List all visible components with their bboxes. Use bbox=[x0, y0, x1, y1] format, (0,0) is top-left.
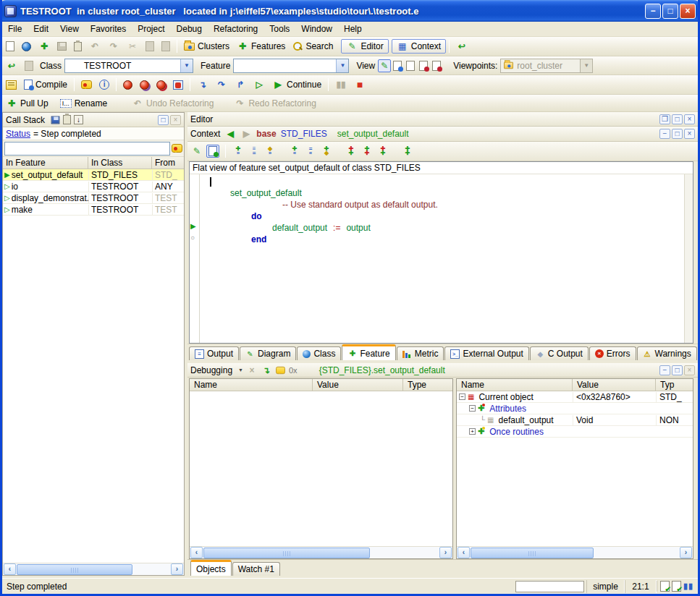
run-to-cursor-button[interactable]: ▷ bbox=[250, 77, 269, 92]
feature-creators-icon[interactable]: ◆» bbox=[263, 147, 277, 156]
scroll-thumb[interactable] bbox=[17, 564, 132, 575]
tab-objects[interactable]: Objects bbox=[190, 560, 232, 576]
breadcrumb-base[interactable]: base bbox=[256, 129, 276, 139]
menu-favorites[interactable]: Favorites bbox=[85, 22, 132, 35]
call-stack-row[interactable]: ▷display_demonstrat... TESTROOT TEST bbox=[3, 192, 184, 204]
call-stack-row[interactable]: ▷io TESTROOT ANY bbox=[3, 181, 184, 192]
scroll-right-arrow[interactable]: › bbox=[171, 563, 183, 575]
tab-class[interactable]: Class bbox=[297, 346, 341, 360]
close-panel-icon[interactable]: × bbox=[684, 365, 695, 375]
class-clients-icon[interactable]: ✚✚ bbox=[376, 147, 389, 156]
history-back-button[interactable]: ↩ bbox=[2, 59, 21, 73]
new-feature-view-button[interactable] bbox=[206, 145, 219, 158]
watch-hscrollbar[interactable]: ‹ › bbox=[190, 546, 452, 558]
cut-button[interactable]: ✂ bbox=[123, 39, 142, 54]
column-from[interactable]: From bbox=[152, 157, 184, 169]
view-contract-button[interactable] bbox=[417, 59, 430, 72]
maximize-panel-icon[interactable]: □ bbox=[672, 114, 683, 124]
context-toggle-button[interactable]: ▦ Context bbox=[392, 39, 446, 54]
call-stack-row[interactable]: ▶set_output_default STD_FILES STD_ bbox=[3, 169, 184, 181]
project-info-button[interactable]: i bbox=[96, 78, 113, 91]
menu-tools[interactable]: Tools bbox=[263, 22, 295, 35]
feature-callees-icon[interactable]: ✚« bbox=[288, 147, 301, 156]
menu-edit[interactable]: Edit bbox=[28, 22, 54, 35]
close-panel-icon[interactable]: × bbox=[170, 115, 181, 125]
column-name[interactable]: Name bbox=[190, 379, 313, 391]
class-combobox-arrow[interactable]: ▼ bbox=[180, 59, 193, 72]
call-stack-row[interactable]: ▷make TESTROOT TEST bbox=[3, 204, 184, 216]
new-window-button[interactable] bbox=[2, 40, 18, 53]
close-window-button[interactable]: × bbox=[680, 4, 696, 19]
tooltip-icon[interactable] bbox=[276, 366, 285, 373]
edit-feature-button[interactable]: ✎ bbox=[190, 145, 203, 158]
switch-view-icon[interactable]: ↴ bbox=[261, 365, 272, 376]
view-flat-contract-button[interactable] bbox=[430, 59, 443, 72]
compile-button[interactable]: Compile bbox=[20, 78, 71, 91]
save-all-button[interactable] bbox=[70, 41, 85, 53]
stack-filter-input[interactable] bbox=[4, 142, 170, 156]
feature-creations-icon[interactable]: ✚◆ bbox=[320, 147, 333, 156]
close-panel-icon[interactable]: × bbox=[684, 129, 695, 139]
save-button[interactable] bbox=[54, 41, 70, 52]
column-type[interactable]: Typ bbox=[656, 379, 693, 391]
scroll-left-arrow[interactable]: ‹ bbox=[190, 547, 203, 558]
object-tree-row[interactable]: − ✚ Attributes bbox=[457, 403, 693, 414]
context-back-icon[interactable]: ◀ bbox=[224, 128, 236, 140]
menu-project[interactable]: Project bbox=[132, 22, 170, 35]
minimize-window-button[interactable]: − bbox=[645, 4, 661, 19]
column-value[interactable]: Value bbox=[313, 379, 403, 391]
object-tree-row[interactable]: − ▦ Current object <0x32A8760> STD_ bbox=[457, 391, 693, 403]
import-call-stack-icon[interactable]: ↓ bbox=[74, 115, 83, 124]
tab-watch-1[interactable]: Watch #1 bbox=[232, 562, 280, 576]
step-out-button[interactable]: ↱ bbox=[231, 77, 250, 92]
tab-warnings[interactable]: ⚠Warnings bbox=[637, 346, 697, 360]
breadcrumb-class[interactable]: STD_FILES bbox=[281, 129, 327, 139]
stop-button[interactable]: ■ bbox=[350, 77, 369, 92]
remove-breakpoints-button[interactable] bbox=[153, 79, 169, 91]
breakpoints-window-button[interactable] bbox=[169, 79, 187, 91]
history-forward-button[interactable] bbox=[21, 59, 37, 72]
scroll-thumb[interactable] bbox=[203, 548, 370, 558]
disable-breakpoints-button[interactable] bbox=[136, 79, 153, 91]
close-watch-icon[interactable]: × bbox=[246, 365, 258, 376]
project-settings-button[interactable] bbox=[2, 79, 20, 91]
undo-refactoring-button[interactable]: ↶ Undo Refactoring bbox=[128, 96, 217, 111]
copy-button[interactable] bbox=[142, 40, 158, 53]
expand-icon[interactable]: + bbox=[469, 428, 476, 435]
maximize-panel-icon[interactable]: □ bbox=[672, 129, 683, 139]
debugging-panel-header[interactable]: Debugging ▼ × ↴ 0x {STD_FILES}.set_outpu… bbox=[187, 363, 698, 378]
tab-metric[interactable]: Metric bbox=[397, 346, 444, 360]
menu-window[interactable]: Window bbox=[295, 22, 338, 35]
scroll-left-arrow[interactable]: ‹ bbox=[457, 547, 470, 558]
object-tree-row[interactable]: + ✚ Once routines bbox=[457, 426, 693, 438]
features-button[interactable]: ✚ Features bbox=[233, 39, 289, 54]
viewpoints-combobox[interactable]: root_cluster ▼ bbox=[500, 59, 593, 73]
editor-vscrollbar[interactable] bbox=[684, 174, 693, 343]
tab-errors[interactable]: ×Errors bbox=[589, 346, 636, 360]
continue-button[interactable]: ▶ Continue bbox=[269, 77, 325, 92]
code-editor[interactable]: set_output_default -- Use standard outpu… bbox=[200, 174, 684, 343]
menu-debug[interactable]: Debug bbox=[171, 22, 208, 35]
breadcrumb-feature[interactable]: set_output_default bbox=[337, 129, 409, 139]
collapse-icon[interactable]: − bbox=[469, 405, 476, 412]
undo-button[interactable]: ↶ bbox=[85, 39, 104, 54]
hex-toggle-label[interactable]: 0x bbox=[289, 366, 298, 375]
title-bar[interactable]: TESTROOT in cluster root_cluster located… bbox=[0, 0, 700, 22]
call-stack-header[interactable]: Call Stack ↓ □ × bbox=[3, 113, 184, 127]
paste-button[interactable] bbox=[158, 40, 174, 53]
feature-combobox[interactable]: ▼ bbox=[233, 59, 349, 73]
menu-help[interactable]: Help bbox=[338, 22, 368, 35]
clusters-button[interactable]: Clusters bbox=[180, 40, 233, 53]
tab-feature[interactable]: ✚Feature bbox=[342, 344, 395, 360]
scroll-right-arrow[interactable]: › bbox=[680, 547, 692, 558]
pause-button[interactable]: ▮▮ bbox=[332, 77, 350, 92]
class-descendants-icon[interactable]: ✚✚ bbox=[360, 147, 374, 156]
new-item-button[interactable]: ✚ bbox=[35, 39, 54, 54]
close-panel-icon[interactable]: × bbox=[684, 114, 695, 124]
scroll-thumb[interactable] bbox=[471, 548, 594, 558]
column-value[interactable]: Value bbox=[573, 379, 656, 391]
open-button[interactable] bbox=[18, 41, 35, 53]
enable-breakpoints-button[interactable] bbox=[119, 79, 136, 91]
tab-diagram[interactable]: ✎Diagram bbox=[240, 346, 296, 360]
minimize-panel-icon[interactable]: − bbox=[659, 129, 670, 139]
